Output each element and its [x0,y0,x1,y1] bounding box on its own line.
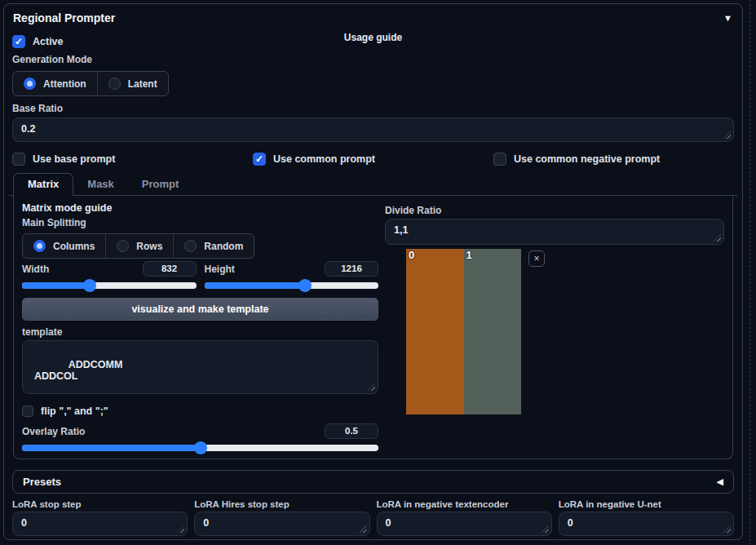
collapse-caret-icon[interactable]: ▼ [723,13,732,23]
matrix-mode-guide-link[interactable]: Matrix mode guide [22,202,378,214]
lora-neg-textencoder-block: LoRA in negative textencoder 0 [377,499,552,536]
region-0-label: 0 [409,249,414,261]
height-slider-handle[interactable] [298,279,312,292]
radio-latent-label: Latent [128,78,157,90]
use-base-prompt-row[interactable]: Use base prompt [12,153,253,166]
resize-handle-icon[interactable] [723,525,731,533]
radio-attention-label: Attention [43,78,86,90]
matrix-tab-panel: Matrix mode guide Main Splitting Columns… [13,196,733,459]
generation-mode-radio-group: Attention Latent [12,71,169,96]
width-number-input[interactable]: 832 [143,261,197,277]
height-number-input[interactable]: 1216 [325,261,378,277]
region-preview-row: 0 1 × [385,249,724,414]
usage-guide-link[interactable]: Usage guide [4,32,742,43]
overlay-ratio-slider[interactable] [22,445,378,451]
lora-neg-unet-value: 0 [568,517,573,529]
height-slider[interactable] [205,282,379,289]
region-0: 0 [406,249,464,414]
main-splitting-radio-group: Columns Rows Random [22,233,254,259]
template-label: template [22,326,378,338]
width-height-row: Width 832 Height [22,261,378,289]
flip-label: flip "," and ";" [41,405,108,417]
tab-matrix[interactable]: Matrix [13,173,73,196]
use-common-prompt-checkbox[interactable] [253,153,266,166]
matrix-right-column: Divide Ratio 1,1 0 1 [385,202,724,451]
template-textarea[interactable]: ADDCOMM ADDCOL [22,340,378,394]
use-common-prompt-label: Use common prompt [273,153,375,165]
use-common-negative-prompt-row[interactable]: Use common negative prompt [493,153,734,166]
flip-checkbox[interactable] [22,405,33,417]
lora-stop-step-block: LoRA stop step 0 [12,499,188,536]
radio-attention[interactable]: Attention [13,72,98,95]
overlay-ratio-slider-handle[interactable] [194,441,207,454]
generation-mode-label: Generation Mode [12,54,734,65]
presets-title: Presets [23,476,61,488]
resize-handle-icon[interactable] [360,525,367,533]
resize-handle-icon[interactable] [723,131,731,139]
divide-ratio-input[interactable]: 1,1 [385,219,724,245]
presets-accordion[interactable]: Presets ◀ [12,470,734,494]
base-ratio-input[interactable]: 0.2 [12,117,734,142]
region-preview-image[interactable]: 0 1 [406,249,521,414]
lora-neg-textencoder-value: 0 [386,517,391,529]
tab-mask[interactable]: Mask [73,174,128,195]
radio-rows-dot[interactable] [117,240,129,252]
lora-neg-unet-input[interactable]: 0 [559,512,734,536]
radio-columns-label: Columns [53,241,95,252]
presets-collapse-caret-icon[interactable]: ◀ [717,476,723,487]
radio-latent[interactable]: Latent [98,72,168,95]
divide-ratio-label: Divide Ratio [385,205,724,216]
panel-content: Active Generation Mode Attention Latent … [4,35,742,545]
overlay-ratio-slider-fill [22,445,201,451]
base-ratio-value: 0.2 [21,123,35,135]
tab-prompt[interactable]: Prompt [128,174,193,195]
resize-handle-icon[interactable] [714,234,721,241]
use-base-prompt-checkbox[interactable] [12,153,25,166]
template-value: ADDCOMM ADDCOL [34,359,122,382]
use-base-prompt-label: Use base prompt [33,153,115,165]
resize-handle-icon[interactable] [177,525,184,533]
radio-columns-dot[interactable] [33,240,46,252]
radio-columns[interactable]: Columns [23,234,106,258]
lora-neg-textencoder-label: LoRA in negative textencoder [377,499,552,509]
mode-tabbar: Matrix Mask Prompt [9,173,737,196]
use-common-negative-prompt-checkbox[interactable] [493,153,506,166]
width-slider[interactable] [22,282,197,289]
radio-latent-dot[interactable] [108,78,121,90]
panel-header[interactable]: Regional Prompter ▼ [4,4,742,24]
prompt-options-row: Use base prompt Use common prompt Use co… [12,153,734,166]
lora-hires-stop-step-label: LoRA Hires stop step [194,499,369,509]
width-label: Width [22,264,49,275]
region-1: 1 [464,249,522,414]
lora-stop-step-input[interactable]: 0 [12,512,188,536]
use-common-prompt-row[interactable]: Use common prompt [253,153,493,166]
radio-rows[interactable]: Rows [106,234,174,258]
page: Regional Prompter ▼ Usage guide Active G… [0,0,756,545]
lora-neg-textencoder-input[interactable]: 0 [377,512,552,536]
flip-checkbox-row[interactable]: flip "," and ";" [22,405,378,417]
active-checkbox[interactable] [12,35,25,48]
lora-hires-stop-step-block: LoRA Hires stop step 0 [194,499,369,536]
overlay-ratio-number-input[interactable]: 0.5 [325,423,378,439]
main-splitting-label: Main Splitting [22,217,378,228]
width-slider-fill [22,282,90,289]
panel-title: Regional Prompter [13,11,115,24]
resize-handle-icon[interactable] [542,525,549,533]
column-dashed-border [749,0,750,545]
resize-handle-icon[interactable] [368,383,375,391]
region-1-label: 1 [466,249,472,261]
close-preview-button[interactable]: × [528,250,545,267]
width-slider-handle[interactable] [83,279,96,292]
radio-random[interactable]: Random [174,234,254,258]
matrix-left-column: Matrix mode guide Main Splitting Columns… [22,202,378,451]
divide-ratio-value: 1,1 [394,224,408,236]
lora-neg-unet-block: LoRA in negative U-net 0 [559,499,734,536]
use-common-negative-prompt-label: Use common negative prompt [514,153,660,165]
radio-attention-dot[interactable] [24,78,36,90]
radio-random-label: Random [204,241,243,252]
lora-hires-stop-step-input[interactable]: 0 [194,512,369,536]
radio-random-dot[interactable] [184,240,197,252]
height-label: Height [205,264,235,275]
visualize-button[interactable]: visualize and make template [22,298,378,321]
overlay-ratio-label: Overlay Ratio [22,426,85,437]
